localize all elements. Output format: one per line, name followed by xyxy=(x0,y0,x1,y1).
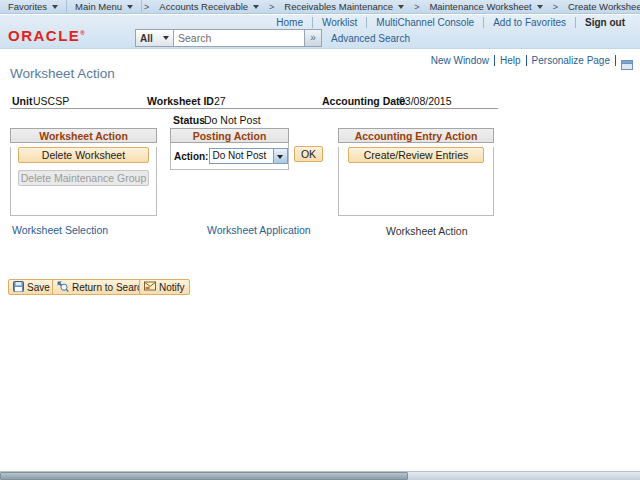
return-to-search-icon xyxy=(57,281,69,294)
breadcrumb-item-create-worksheet[interactable]: Create Worksheet xyxy=(560,0,640,13)
notify-envelope-icon xyxy=(144,281,156,293)
breadcrumb-item-main-menu[interactable]: Main Menu xyxy=(67,0,142,13)
nav-add-to-favorites-link[interactable]: Add to Favorites xyxy=(483,17,575,28)
breadcrumb-label: Receivables Maintenance xyxy=(284,1,393,12)
worksheet-application-link[interactable]: Worksheet Application xyxy=(207,224,311,236)
horizontal-scrollbar[interactable] xyxy=(0,471,640,480)
worksheet-action-group-title: Worksheet Action xyxy=(10,128,157,143)
chevron-down-icon xyxy=(52,5,58,9)
search-input[interactable] xyxy=(174,29,305,47)
chevron-down-icon[interactable] xyxy=(273,149,287,163)
oracle-logo: ORACLE® xyxy=(8,27,85,44)
posting-action-selected-option: Do Not Post xyxy=(210,149,273,163)
save-button-label: Save xyxy=(27,282,50,293)
section-divider xyxy=(10,108,498,109)
breadcrumb-label: Accounts Receivable xyxy=(159,1,248,12)
chevron-down-icon xyxy=(537,5,543,9)
chevron-down-icon xyxy=(127,5,133,9)
posting-action-group-title: Posting Action xyxy=(170,128,289,143)
peoplesoft-window: Favorites Main Menu > Accounts Receivabl… xyxy=(0,0,640,480)
accounting-entry-action-groupbox: Accounting Entry Action Create/Review En… xyxy=(338,128,494,216)
window-grid-icon[interactable] xyxy=(621,56,633,74)
worksheet-action-group-body: Delete Worksheet Delete Maintenance Grou… xyxy=(10,147,157,216)
registered-mark: ® xyxy=(80,30,84,36)
chevron-down-icon xyxy=(253,5,259,9)
delete-maintenance-group-button[interactable]: Delete Maintenance Group xyxy=(18,170,149,186)
worksheet-action-groupbox: Worksheet Action Delete Worksheet Delete… xyxy=(10,128,157,216)
search-scope-select[interactable]: All xyxy=(135,29,174,47)
accounting-date-value: 03/08/2015 xyxy=(399,95,452,107)
header-nav: Home Worklist MultiChannel Console Add t… xyxy=(267,17,634,28)
status-label: Status xyxy=(173,114,205,126)
nav-home-link[interactable]: Home xyxy=(267,17,312,28)
breadcrumb-label: Create Worksheet xyxy=(568,1,640,12)
nav-multichannel-console-link[interactable]: MultiChannel Console xyxy=(366,17,483,28)
chevron-down-icon xyxy=(163,36,169,40)
breadcrumb-separator: > xyxy=(267,2,276,12)
status-value: Do Not Post xyxy=(204,114,261,126)
notify-button[interactable]: Notify xyxy=(139,279,190,295)
breadcrumb-item-accounts-receivable[interactable]: Accounts Receivable xyxy=(151,0,267,13)
breadcrumb-separator: > xyxy=(142,2,151,12)
search-go-button[interactable]: » xyxy=(305,29,322,47)
nav-worklist-link[interactable]: Worklist xyxy=(312,17,366,28)
ok-button[interactable]: OK xyxy=(294,146,323,162)
worksheet-id-value: 27 xyxy=(214,95,226,107)
page-title: Worksheet Action xyxy=(10,66,115,81)
worksheet-action-current-tab: Worksheet Action xyxy=(386,225,468,237)
header-band: Home Worklist MultiChannel Console Add t… xyxy=(0,15,640,49)
breadcrumb-item-receivables-maintenance[interactable]: Receivables Maintenance xyxy=(276,0,412,13)
accounting-entry-action-group-body: Create/Review Entries xyxy=(338,147,494,216)
posting-action-select[interactable]: Do Not Post xyxy=(209,148,288,164)
breadcrumb-item-maintenance-worksheet[interactable]: Maintenance Worksheet xyxy=(421,0,550,13)
accounting-date-label: Accounting Date xyxy=(322,95,405,107)
sign-out-link[interactable]: Sign out xyxy=(575,17,634,28)
breadcrumb-label: Maintenance Worksheet xyxy=(429,1,531,12)
notify-button-label: Notify xyxy=(159,282,185,293)
posting-action-group-body: Action: Do Not Post xyxy=(170,143,289,170)
delete-worksheet-button[interactable]: Delete Worksheet xyxy=(18,147,149,163)
horizontal-scrollbar-thumb[interactable] xyxy=(0,472,408,480)
posting-action-groupbox: Posting Action Action: Do Not Post xyxy=(170,128,289,170)
breadcrumb-separator: > xyxy=(551,2,560,12)
create-review-entries-button[interactable]: Create/Review Entries xyxy=(348,147,484,163)
unit-label: Unit xyxy=(12,95,32,107)
chevron-down-icon xyxy=(398,5,404,9)
page-action-links: New Window Help Personalize Page xyxy=(426,55,616,66)
search-bar: All » Advanced Search xyxy=(135,29,410,47)
save-icon xyxy=(13,281,24,294)
breadcrumb: Favorites Main Menu > Accounts Receivabl… xyxy=(0,0,640,14)
return-to-search-button[interactable]: Return to Search xyxy=(52,279,153,295)
advanced-search-link[interactable]: Advanced Search xyxy=(331,33,410,44)
breadcrumb-label: Main Menu xyxy=(75,1,122,12)
action-label: Action: xyxy=(174,151,208,162)
return-to-search-button-label: Return to Search xyxy=(72,282,148,293)
breadcrumb-label: Favorites xyxy=(8,1,47,12)
save-button[interactable]: Save xyxy=(8,279,55,295)
help-link[interactable]: Help xyxy=(495,55,527,66)
new-window-link[interactable]: New Window xyxy=(426,55,495,66)
personalize-page-link[interactable]: Personalize Page xyxy=(527,55,616,66)
unit-value: USCSP xyxy=(33,95,69,107)
breadcrumb-separator: > xyxy=(412,2,421,12)
accounting-entry-action-group-title: Accounting Entry Action xyxy=(338,128,494,143)
worksheet-selection-link[interactable]: Worksheet Selection xyxy=(12,224,108,236)
breadcrumb-item-favorites[interactable]: Favorites xyxy=(0,0,67,13)
worksheet-id-label: Worksheet ID xyxy=(147,95,214,107)
